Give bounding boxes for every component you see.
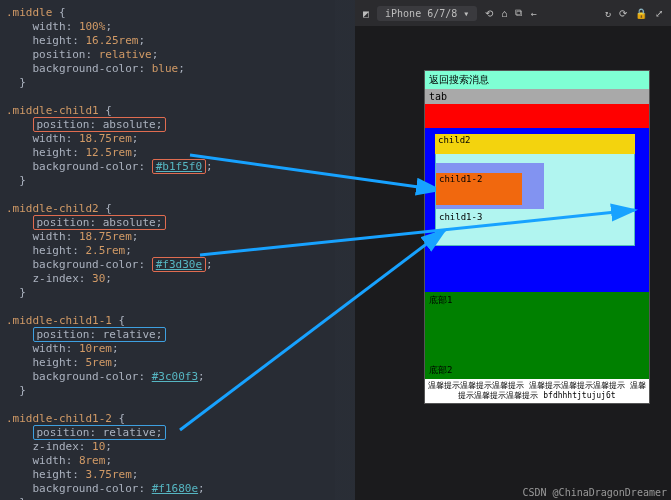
highlight-box: position: absolute;: [33, 117, 167, 132]
blue-block: [425, 268, 649, 292]
tab-bar[interactable]: tab: [425, 89, 649, 104]
device-preview: 返回搜索消息 tab child1-2 child1-3 child2 底部1 …: [355, 26, 671, 500]
rotate-icon[interactable]: ⟲: [485, 8, 493, 19]
lock-icon[interactable]: 🔒: [635, 8, 647, 19]
selector: .middle-child2: [6, 202, 99, 215]
highlight-box: #f3d30e: [152, 257, 206, 272]
middle-child1-3: child1-3: [436, 211, 485, 223]
code-editor[interactable]: .middle { width: 100%; height: 16.25rem;…: [0, 0, 355, 500]
back-icon[interactable]: ←: [530, 8, 536, 19]
devtools-bar: ◩ iPhone 6/7/8 ▾ ⟲ ⌂ ⧉ ← ↻ ⟳ 🔒 ⤢: [355, 0, 671, 26]
highlight-box: position: absolute;: [33, 215, 167, 230]
device-selector[interactable]: iPhone 6/7/8 ▾: [377, 6, 477, 21]
refresh-icon[interactable]: ⟳: [619, 8, 627, 19]
highlight-box: position: relative;: [33, 425, 167, 440]
selector: .middle-child1: [6, 104, 99, 117]
red-block: [425, 104, 649, 128]
highlight-box: #b1f5f0: [152, 159, 206, 174]
selector: .middle: [6, 6, 52, 19]
bottom2: 底部2: [425, 362, 649, 379]
selector: .middle-child1-1: [6, 314, 112, 327]
highlight-box: position: relative;: [33, 327, 167, 342]
middle-block: child1-2 child1-3 child2: [425, 128, 649, 268]
screenshot-icon[interactable]: ⧉: [515, 7, 522, 19]
selector: .middle-child1-2: [6, 412, 112, 425]
tip-text: 温馨提示温馨提示温馨提示 温馨提示温馨提示温馨提示 温馨提示温馨提示温馨提示 b…: [425, 379, 649, 403]
back-bar[interactable]: 返回搜索消息: [425, 71, 649, 89]
watermark: CSDN @ChinaDragonDreamer: [523, 487, 668, 498]
inspect-icon[interactable]: ◩: [363, 8, 369, 19]
middle-child1-2: child1-2: [436, 173, 522, 205]
reload-icon[interactable]: ↻: [605, 8, 611, 19]
page-frame[interactable]: 返回搜索消息 tab child1-2 child1-3 child2 底部1 …: [425, 71, 649, 403]
bottom1: 底部1: [425, 292, 649, 362]
minimap[interactable]: [335, 0, 355, 500]
middle-child2: child2: [435, 134, 635, 154]
home-icon[interactable]: ⌂: [501, 8, 507, 19]
expand-icon[interactable]: ⤢: [655, 8, 663, 19]
